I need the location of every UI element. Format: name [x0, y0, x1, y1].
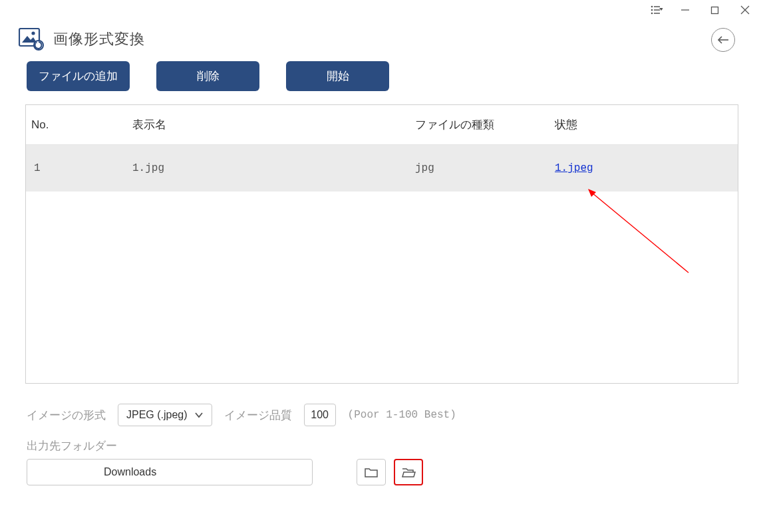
maximize-button[interactable] — [700, 0, 730, 20]
arrow-left-icon — [716, 35, 730, 45]
format-select[interactable]: JPEG (.jpeg) — [118, 404, 212, 426]
add-file-button[interactable]: ファイルの追加 — [27, 61, 130, 91]
table-row[interactable]: 1 1.jpg jpg 1.jpeg — [26, 145, 738, 192]
svg-point-4 — [651, 13, 653, 15]
format-value: JPEG (.jpeg) — [126, 409, 188, 421]
folder-open-icon — [401, 467, 416, 477]
cell-type: jpg — [415, 162, 555, 174]
list-icon — [651, 5, 663, 15]
minimize-button[interactable] — [670, 0, 700, 20]
col-header-name: 表示名 — [132, 117, 415, 132]
col-header-type: ファイルの種類 — [415, 117, 555, 132]
chevron-down-icon — [194, 412, 204, 418]
svg-point-0 — [651, 6, 653, 8]
quality-range: (Poor 1-100 Best) — [348, 409, 456, 421]
start-button[interactable]: 開始 — [286, 61, 389, 91]
close-icon — [740, 5, 750, 15]
svg-point-2 — [651, 9, 653, 11]
output-row: Downloads — [0, 458, 765, 487]
svg-marker-11 — [22, 36, 37, 43]
cell-status: 1.jpeg — [555, 162, 738, 174]
close-button[interactable] — [730, 0, 760, 20]
page-title: 画像形式変換 — [53, 29, 145, 49]
quality-input[interactable]: 100 — [304, 404, 336, 426]
svg-point-12 — [31, 31, 35, 35]
quality-label: イメージ品質 — [224, 408, 292, 423]
minimize-icon — [681, 5, 690, 15]
output-path-field[interactable]: Downloads — [27, 459, 313, 485]
svg-rect-7 — [712, 7, 718, 13]
cell-no: 1 — [26, 162, 132, 174]
browse-folder-button[interactable] — [357, 459, 386, 485]
app-icon — [19, 28, 44, 51]
output-label: 出力先フォルダー — [0, 432, 765, 458]
output-path-text: Downloads — [104, 466, 156, 478]
menu-button[interactable] — [643, 0, 670, 20]
titlebar — [0, 0, 765, 20]
col-header-status: 状態 — [555, 117, 738, 132]
open-folder-button[interactable] — [394, 459, 423, 485]
file-table: No. 表示名 ファイルの種類 状態 1 1.jpg jpg 1.jpeg — [25, 104, 738, 384]
maximize-icon — [710, 6, 719, 15]
status-link[interactable]: 1.jpeg — [555, 162, 593, 174]
page-header: 画像形式変換 — [0, 20, 765, 57]
format-label: イメージの形式 — [27, 408, 106, 423]
cell-name: 1.jpg — [132, 162, 415, 174]
toolbar: ファイルの追加 削除 開始 — [0, 57, 765, 99]
back-button[interactable] — [711, 28, 735, 52]
table-header: No. 表示名 ファイルの種類 状態 — [26, 105, 738, 145]
col-header-no: No. — [26, 118, 132, 132]
delete-button[interactable]: 削除 — [156, 61, 259, 91]
folder-icon — [365, 467, 378, 477]
options-row: イメージの形式 JPEG (.jpeg) イメージ品質 100 (Poor 1-… — [0, 384, 765, 432]
